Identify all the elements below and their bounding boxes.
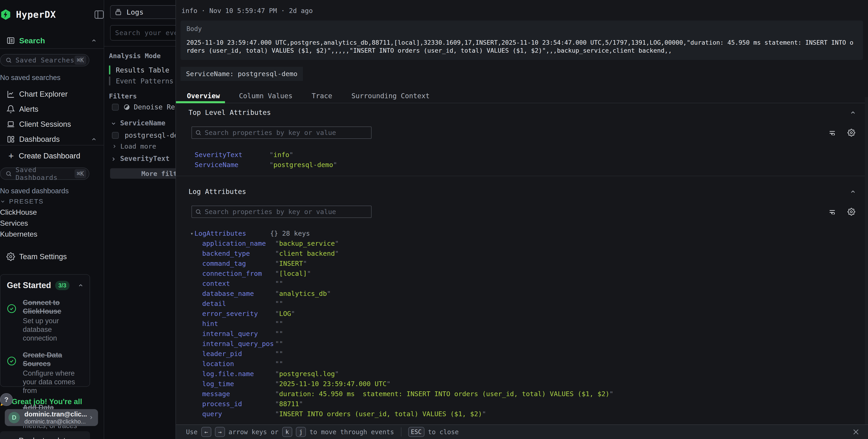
mode-tab-results-table[interactable]: Results Table xyxy=(109,64,174,75)
attribute-row[interactable]: connection_from [local] xyxy=(176,269,868,279)
presets-toggle[interactable]: PRESETS xyxy=(0,198,104,205)
attribute-value[interactable]: 2025-11-10 23:59:47.000 UTC xyxy=(275,380,391,388)
attribute-row[interactable]: internal_query xyxy=(176,329,868,339)
service-checkbox[interactable] xyxy=(112,132,119,139)
attribute-value[interactable]: LOG xyxy=(275,310,295,317)
chevron-up-icon[interactable] xyxy=(78,282,84,288)
attribute-row[interactable]: log.file.name postgresql.log xyxy=(176,369,868,379)
more-filters-button[interactable]: More filte xyxy=(110,168,176,179)
attribute-row[interactable]: application_name backup_service xyxy=(176,239,868,248)
sidebar-item-dashboards[interactable]: Dashboards xyxy=(0,132,104,147)
attribute-key[interactable]: detail xyxy=(202,300,275,308)
attribute-key[interactable]: backend_type xyxy=(202,250,275,257)
attribute-row[interactable]: SeverityText info xyxy=(176,150,868,160)
attribute-key[interactable]: hint xyxy=(202,320,275,327)
attribute-value[interactable] xyxy=(275,320,283,327)
attribute-row[interactable]: database_name analytics_db xyxy=(176,288,868,299)
hyperdx-logo-icon[interactable] xyxy=(0,9,11,20)
attribute-row[interactable]: hint xyxy=(176,319,868,329)
sidebar-item-client-sessions[interactable]: Client Sessions xyxy=(0,117,104,132)
attribute-key[interactable]: command_tag xyxy=(202,260,275,268)
attribute-key[interactable]: message xyxy=(202,390,275,398)
attribute-value[interactable]: INSERT INTO orders (user_id, total) VALU… xyxy=(275,410,486,418)
attribute-row[interactable]: command_tag INSERT xyxy=(176,258,868,269)
sidebar-item-team-settings[interactable]: Team Settings xyxy=(0,250,104,263)
sidebar-item-search[interactable]: Search xyxy=(0,34,104,47)
attribute-value[interactable]: duration: 45.950 ms statement: INSERT IN… xyxy=(275,390,613,398)
service-name-tag[interactable]: ServiceName: postgresql-demo xyxy=(181,67,303,81)
preset-item[interactable]: Kubernetes xyxy=(0,229,104,240)
attribute-value[interactable] xyxy=(275,340,283,348)
attribute-row[interactable]: ServiceName postgresql-demo xyxy=(176,160,868,170)
attribute-value[interactable] xyxy=(275,300,283,308)
attribute-value[interactable]: postgresql-demo xyxy=(270,161,337,169)
top-attrs-search-input[interactable] xyxy=(191,126,372,139)
detail-scroll-area[interactable]: Top Level Attributes xyxy=(176,97,868,425)
body-text[interactable]: 2025-11-10 23:59:47.000 UTC,postgres,ana… xyxy=(186,38,857,55)
collapse-sidebar-icon[interactable] xyxy=(95,10,104,19)
denoise-checkbox[interactable] xyxy=(112,104,119,111)
attribute-value[interactable] xyxy=(275,350,283,357)
preset-item[interactable]: Services xyxy=(0,218,104,229)
attribute-key[interactable]: SeverityText xyxy=(195,151,270,159)
attribute-value[interactable] xyxy=(275,330,283,338)
attribute-value[interactable]: analytics_db xyxy=(275,290,331,297)
chevron-up-icon[interactable] xyxy=(850,188,856,195)
attribute-row[interactable]: detail xyxy=(176,299,868,309)
get-started-item[interactable]: Connect to ClickHouse Set up your databa… xyxy=(7,299,84,343)
sidebar-item-alerts[interactable]: Alerts xyxy=(0,102,104,117)
events-search-input[interactable] xyxy=(110,25,176,40)
get-started-item[interactable]: Create Data Sources Configure where your… xyxy=(7,351,84,395)
attribute-key[interactable]: error_severity xyxy=(202,310,275,317)
close-icon[interactable] xyxy=(852,428,860,436)
attribute-row[interactable]: error_severity LOG xyxy=(176,309,868,319)
attribute-key[interactable]: internal_query_pos xyxy=(202,340,275,348)
chevron-up-icon[interactable] xyxy=(850,109,856,116)
line-wrap-icon[interactable] xyxy=(828,129,836,136)
mode-tab-event-patterns[interactable]: Event Patterns xyxy=(109,75,174,86)
attribute-value[interactable]: backup_service xyxy=(275,240,339,247)
log-attrs-search-input[interactable] xyxy=(191,206,372,218)
create-dashboard-button[interactable]: + Create Dashboard xyxy=(0,151,104,160)
attribute-key[interactable]: internal_query xyxy=(202,330,275,338)
attribute-row[interactable]: location xyxy=(176,359,868,369)
attribute-row[interactable]: query INSERT INTO orders (user_id, total… xyxy=(176,409,868,419)
sidebar-item-chart-explorer[interactable]: Chart Explorer xyxy=(0,87,104,102)
attribute-row[interactable]: internal_query_pos xyxy=(176,339,868,349)
attribute-key[interactable]: query xyxy=(202,410,275,418)
source-select[interactable]: Logs xyxy=(110,5,176,19)
filter-group-severitytext[interactable]: SeverityText xyxy=(111,155,169,162)
attribute-value[interactable] xyxy=(275,360,283,368)
line-wrap-icon[interactable] xyxy=(828,208,836,216)
gear-icon[interactable] xyxy=(847,208,855,216)
attribute-value[interactable]: postgresql.log xyxy=(275,370,339,378)
product-updates-card[interactable]: Product updates xyxy=(0,431,90,439)
attribute-key[interactable]: log.file.name xyxy=(202,370,275,378)
attribute-key[interactable]: application_name xyxy=(202,240,275,247)
saved-dashboards-input[interactable]: Saved Dashboards ⌘K xyxy=(0,167,89,180)
load-more-button[interactable]: Load more xyxy=(112,143,156,150)
saved-searches-input[interactable]: Saved Searches ⌘K xyxy=(0,54,89,66)
attribute-key[interactable]: connection_from xyxy=(202,270,275,277)
filter-group-servicename[interactable]: ServiceName xyxy=(111,119,165,127)
attribute-value[interactable]: client backend xyxy=(275,250,339,257)
scrollbar[interactable] xyxy=(865,97,868,425)
help-button[interactable]: ? xyxy=(0,393,13,406)
attribute-row[interactable]: log_time 2025-11-10 23:59:47.000 UTC xyxy=(176,379,868,389)
filter-option-postgresql-demo[interactable]: postgresql-demo xyxy=(112,131,176,139)
attribute-value[interactable]: 88711 xyxy=(275,400,303,408)
attribute-key[interactable]: ServiceName xyxy=(195,161,270,169)
attribute-row[interactable]: backend_type client backend xyxy=(176,248,868,258)
preset-item[interactable]: ClickHouse xyxy=(0,207,104,218)
attribute-key[interactable]: database_name xyxy=(202,290,275,297)
attribute-value[interactable]: [local] xyxy=(275,270,311,277)
log-attributes-root[interactable]: ▾ LogAttributes {} 28 keys xyxy=(176,228,868,239)
tree-expand-icon[interactable]: ▾ xyxy=(190,231,194,237)
attribute-key[interactable]: process_id xyxy=(202,400,275,408)
attribute-value[interactable]: INSERT xyxy=(275,260,307,268)
attribute-row[interactable]: context xyxy=(176,279,868,288)
user-menu[interactable]: D dominic.tran@clic... dominic.tran@clic… xyxy=(5,409,98,426)
attribute-value[interactable] xyxy=(275,280,283,287)
attribute-value[interactable]: info xyxy=(270,151,293,159)
attribute-row[interactable]: process_id 88711 xyxy=(176,399,868,409)
